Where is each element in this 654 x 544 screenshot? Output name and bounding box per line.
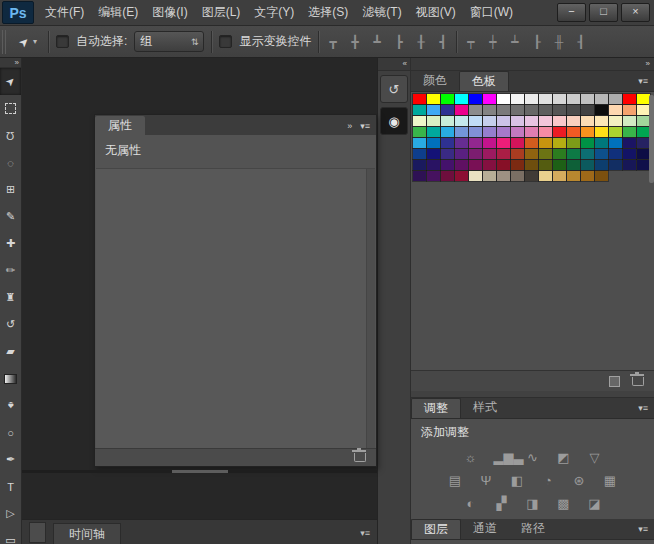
- swatch[interactable]: [497, 149, 510, 159]
- properties-panel-header[interactable]: 属性 » ▾≡: [95, 115, 376, 135]
- menu-type[interactable]: 文字(Y): [247, 4, 301, 21]
- collapse-panel-icon[interactable]: »: [347, 121, 352, 131]
- show-transform-checkbox[interactable]: [219, 35, 232, 48]
- adjustments-menu-icon[interactable]: ▾≡: [638, 403, 654, 413]
- distribute-top-edges-icon[interactable]: ┯: [464, 35, 477, 49]
- swatch[interactable]: [455, 171, 468, 181]
- close-button[interactable]: ×: [621, 3, 650, 22]
- menu-layer[interactable]: 图层(L): [195, 4, 248, 21]
- distribute-right-edges-icon[interactable]: ┨: [574, 35, 587, 49]
- eraser-tool[interactable]: ▰: [0, 338, 21, 365]
- swatch[interactable]: [413, 138, 426, 148]
- swatch[interactable]: [469, 138, 482, 148]
- align-top-edges-icon[interactable]: ┳: [326, 35, 339, 49]
- swatch[interactable]: [455, 116, 468, 126]
- invert-icon[interactable]: ◐: [463, 496, 479, 511]
- swatch[interactable]: [609, 160, 622, 170]
- swatch[interactable]: [483, 105, 496, 115]
- swatch[interactable]: [441, 160, 454, 170]
- vibrance-icon[interactable]: ▽: [587, 450, 603, 465]
- swatch[interactable]: [623, 105, 636, 115]
- crop-tool[interactable]: ⊞: [0, 176, 21, 203]
- swatch[interactable]: [595, 171, 608, 181]
- dodge-tool[interactable]: ○: [0, 419, 21, 446]
- hue-saturation-icon[interactable]: ▤: [447, 473, 463, 488]
- swatch[interactable]: [427, 160, 440, 170]
- tab-timeline[interactable]: 时间轴: [53, 523, 121, 544]
- tab-styles[interactable]: 样式: [461, 398, 509, 417]
- swatch[interactable]: [427, 171, 440, 181]
- pen-tool[interactable]: ✒: [0, 446, 21, 473]
- auto-select-checkbox[interactable]: [56, 35, 69, 48]
- swatch[interactable]: [553, 127, 566, 137]
- black-and-white-icon[interactable]: ◧: [509, 473, 525, 488]
- swatch[interactable]: [567, 149, 580, 159]
- levels-icon[interactable]: ▂▆▃: [494, 450, 510, 465]
- swatch[interactable]: [595, 94, 608, 104]
- swatch[interactable]: [623, 160, 636, 170]
- swatch[interactable]: [511, 116, 524, 126]
- new-swatch-icon[interactable]: [609, 376, 620, 387]
- menu-filter[interactable]: 滤镜(T): [355, 4, 408, 21]
- swatch[interactable]: [511, 160, 524, 170]
- swatch[interactable]: [427, 94, 440, 104]
- menu-file[interactable]: 文件(F): [38, 4, 91, 21]
- swatch[interactable]: [567, 116, 580, 126]
- distribute-left-edges-icon[interactable]: ┠: [530, 35, 543, 49]
- menu-window[interactable]: 窗口(W): [463, 4, 520, 21]
- swatch[interactable]: [511, 138, 524, 148]
- swatch[interactable]: [497, 160, 510, 170]
- swatch[interactable]: [609, 127, 622, 137]
- align-left-edges-icon[interactable]: ┣: [392, 35, 405, 49]
- swatch[interactable]: [455, 160, 468, 170]
- gradient-tool[interactable]: [0, 365, 21, 392]
- swatch[interactable]: [483, 171, 496, 181]
- swatch[interactable]: [525, 171, 538, 181]
- swatch[interactable]: [609, 138, 622, 148]
- swatch[interactable]: [553, 149, 566, 159]
- swatch[interactable]: [497, 127, 510, 137]
- swatch[interactable]: [595, 105, 608, 115]
- swatch[interactable]: [525, 160, 538, 170]
- swatch[interactable]: [581, 138, 594, 148]
- type-tool[interactable]: T: [0, 473, 21, 500]
- tab-layers[interactable]: 图层: [411, 519, 461, 539]
- swatch[interactable]: [539, 149, 552, 159]
- swatch[interactable]: [595, 138, 608, 148]
- layers-menu-icon[interactable]: ▾≡: [638, 524, 654, 534]
- swatch[interactable]: [511, 127, 524, 137]
- swatch[interactable]: [427, 105, 440, 115]
- align-horizontal-centers-icon[interactable]: ╂: [414, 35, 427, 49]
- tab-swatches[interactable]: 色板: [459, 71, 509, 91]
- swatch[interactable]: [469, 116, 482, 126]
- threshold-icon[interactable]: ◨: [525, 496, 541, 511]
- swatch[interactable]: [595, 160, 608, 170]
- swatch[interactable]: [581, 149, 594, 159]
- swatch[interactable]: [553, 160, 566, 170]
- swatch[interactable]: [539, 160, 552, 170]
- swatch[interactable]: [441, 116, 454, 126]
- panel-menu-icon[interactable]: ▾≡: [360, 121, 370, 131]
- curves-icon[interactable]: ∿: [525, 450, 541, 465]
- move-tool[interactable]: ➤: [0, 68, 21, 95]
- swatch[interactable]: [427, 116, 440, 126]
- swatch[interactable]: [623, 94, 636, 104]
- tab-adjustments[interactable]: 调整: [411, 398, 461, 418]
- rectangular-marquee-tool[interactable]: [0, 95, 21, 122]
- swatches-menu-icon[interactable]: ▾≡: [638, 76, 654, 86]
- swatch[interactable]: [469, 160, 482, 170]
- swatch[interactable]: [553, 105, 566, 115]
- swatch[interactable]: [567, 105, 580, 115]
- swatch[interactable]: [525, 105, 538, 115]
- swatch[interactable]: [469, 127, 482, 137]
- align-vertical-centers-icon[interactable]: ╋: [348, 35, 361, 49]
- tab-properties[interactable]: 属性: [95, 116, 145, 135]
- swatch[interactable]: [567, 171, 580, 181]
- swatch[interactable]: [553, 116, 566, 126]
- tab-paths[interactable]: 路径: [509, 519, 557, 538]
- swatch[interactable]: [525, 94, 538, 104]
- swatch[interactable]: [539, 94, 552, 104]
- tool-preset-picker[interactable]: ➤ ▾: [15, 35, 41, 49]
- swatch[interactable]: [455, 138, 468, 148]
- swatch[interactable]: [525, 138, 538, 148]
